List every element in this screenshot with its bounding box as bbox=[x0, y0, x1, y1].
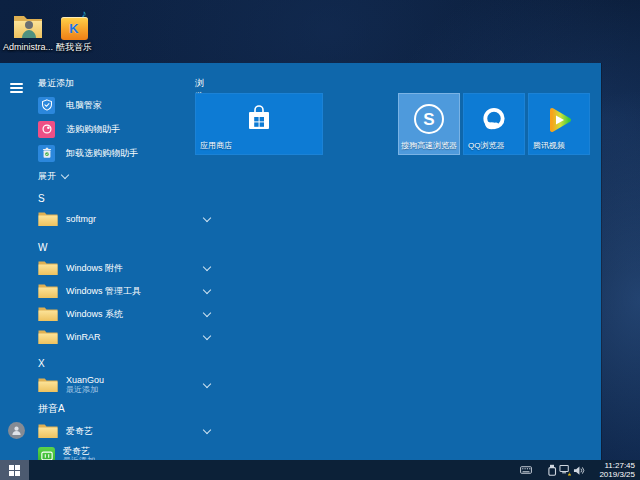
chevron-down-icon[interactable] bbox=[203, 285, 211, 293]
shopping-assistant-icon bbox=[38, 121, 55, 138]
desktop-icon-kuwo-music[interactable]: K♪ 酷我音乐 bbox=[48, 6, 100, 52]
touch-keyboard-icon[interactable] bbox=[519, 460, 532, 480]
tile-label: 应用商店 bbox=[200, 140, 232, 151]
tile-app-store[interactable]: 应用商店 bbox=[195, 93, 323, 155]
windows-logo-icon bbox=[9, 465, 20, 476]
taskbar: 11:27:45 2019/3/25 bbox=[0, 460, 640, 480]
section-header-pinyin-a[interactable]: 拼音A bbox=[38, 400, 186, 418]
hamburger-icon bbox=[10, 81, 23, 95]
chevron-down-icon[interactable] bbox=[203, 425, 211, 433]
desktop-icon-administrator[interactable]: Administra... bbox=[2, 6, 54, 52]
app-item-label: softmgr bbox=[66, 214, 96, 224]
network-warning-icon[interactable] bbox=[559, 460, 572, 480]
avatar-icon bbox=[8, 422, 25, 439]
chevron-down-icon bbox=[61, 170, 69, 178]
tile-sogou-browser[interactable]: S 搜狗高速浏览器 bbox=[398, 93, 460, 155]
app-folder-winrar[interactable]: WinRAR bbox=[38, 325, 186, 348]
expand-toggle[interactable]: 展开 bbox=[38, 167, 186, 185]
app-item-pc-manager[interactable]: 电脑管家 bbox=[38, 93, 186, 117]
chevron-down-icon[interactable] bbox=[203, 331, 211, 339]
chevron-down-icon[interactable] bbox=[203, 262, 211, 270]
user-folder-icon bbox=[2, 6, 54, 40]
tile-qq-browser[interactable]: QQ浏览器 bbox=[463, 93, 525, 155]
system-tray: 11:27:45 2019/3/25 bbox=[519, 460, 640, 480]
app-folder-windows-admin-tools[interactable]: Windows 管理工具 bbox=[38, 279, 186, 302]
chevron-down-icon[interactable] bbox=[203, 213, 211, 221]
trash-icon bbox=[38, 145, 55, 162]
section-header-w[interactable]: W bbox=[38, 238, 186, 256]
start-menu-rail bbox=[0, 63, 32, 460]
shield-icon bbox=[38, 97, 55, 114]
folder-icon bbox=[38, 376, 58, 393]
tile-label: 腾讯视频 bbox=[533, 140, 565, 151]
tencent-video-icon bbox=[546, 107, 572, 137]
folder-icon bbox=[38, 259, 58, 276]
start-menu-app-list: 最近添加 电脑管家 选购购物助手 卸载选购购物助手 展开 bbox=[38, 63, 186, 468]
clock-date: 2019/3/25 bbox=[591, 470, 635, 479]
clock-time: 11:27:45 bbox=[591, 461, 635, 470]
desktop: Administra... K♪ 酷我音乐 bbox=[0, 0, 640, 480]
usb-device-icon[interactable] bbox=[546, 460, 559, 480]
folder-icon bbox=[38, 210, 58, 227]
start-menu: 最近添加 电脑管家 选购购物助手 卸载选购购物助手 展开 bbox=[0, 63, 601, 460]
app-item-label: Windows 系统 bbox=[66, 309, 123, 319]
app-folder-xuangou[interactable]: XuanGou 最近添加 bbox=[38, 372, 186, 397]
app-item-label: 卸载选购购物助手 bbox=[66, 147, 138, 160]
app-item-label: XuanGou bbox=[66, 375, 104, 385]
start-button[interactable] bbox=[0, 460, 29, 480]
store-icon bbox=[246, 104, 272, 136]
app-item-uninstall-shopping-assistant[interactable]: 卸载选购购物助手 bbox=[38, 141, 186, 165]
folder-icon bbox=[38, 328, 58, 345]
app-item-label: 选购购物助手 bbox=[66, 123, 120, 136]
app-item-label: Windows 管理工具 bbox=[66, 286, 141, 296]
desktop-icon-label: Administra... bbox=[2, 42, 54, 52]
section-header-s[interactable]: S bbox=[38, 189, 186, 207]
qq-browser-icon bbox=[481, 106, 508, 137]
user-account-button[interactable] bbox=[0, 415, 32, 445]
section-header-x[interactable]: X bbox=[38, 354, 186, 372]
expand-label: 展开 bbox=[38, 170, 56, 183]
volume-icon[interactable] bbox=[572, 460, 585, 480]
folder-icon bbox=[38, 305, 58, 322]
app-item-shopping-assistant[interactable]: 选购购物助手 bbox=[38, 117, 186, 141]
folder-icon bbox=[38, 282, 58, 299]
app-folder-softmgr[interactable]: softmgr bbox=[38, 207, 186, 230]
tile-tencent-video[interactable]: 腾讯视频 bbox=[528, 93, 590, 155]
chevron-down-icon[interactable] bbox=[203, 308, 211, 316]
app-folder-windows-system[interactable]: Windows 系统 bbox=[38, 302, 186, 325]
chevron-down-icon[interactable] bbox=[203, 379, 211, 387]
app-item-label: WinRAR bbox=[66, 332, 101, 342]
desktop-icon-label: 酷我音乐 bbox=[48, 42, 100, 52]
sogou-browser-icon: S bbox=[414, 104, 444, 134]
tile-label: 搜狗高速浏览器 bbox=[401, 140, 457, 151]
folder-icon bbox=[38, 422, 58, 439]
recent-added-header: 最近添加 bbox=[38, 77, 186, 89]
app-folder-iqiyi[interactable]: 爱奇艺 bbox=[38, 418, 186, 443]
menu-hamburger-button[interactable] bbox=[0, 73, 32, 103]
app-item-label: Windows 附件 bbox=[66, 263, 123, 273]
tile-label: QQ浏览器 bbox=[468, 140, 504, 151]
app-item-label: 电脑管家 bbox=[66, 99, 102, 112]
app-item-label: 爱奇艺 bbox=[66, 426, 93, 436]
kuwo-music-icon: K♪ bbox=[48, 6, 100, 40]
app-item-label: 爱奇艺 bbox=[63, 446, 95, 456]
app-folder-windows-accessories[interactable]: Windows 附件 bbox=[38, 256, 186, 279]
app-item-sublabel: 最近添加 bbox=[66, 385, 104, 394]
taskbar-clock[interactable]: 11:27:45 2019/3/25 bbox=[591, 461, 635, 479]
